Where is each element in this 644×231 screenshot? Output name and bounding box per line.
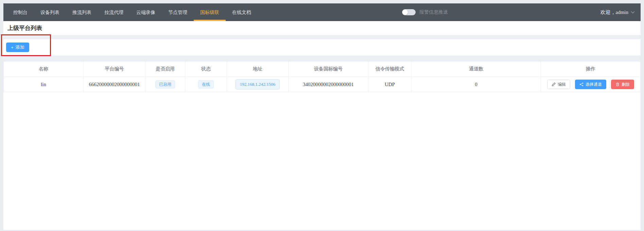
alarm-push-label: 报警信息推送	[419, 9, 448, 15]
table-row: lin 66620000002000000001 已启用 在线 192.168.…	[3, 77, 641, 92]
col-header-platform-id: 平台编号	[84, 62, 145, 77]
delete-button-label: 删除	[622, 82, 630, 87]
cell-address: 192.168.1.242:1506	[227, 77, 289, 92]
pen-icon	[552, 82, 556, 86]
col-header-device-gb-id: 设备国标编号	[289, 62, 368, 77]
alarm-push-toggle[interactable]	[402, 9, 416, 15]
welcome-text: 欢迎，admin	[601, 9, 629, 16]
cell-status: 在线	[185, 77, 227, 92]
cell-enabled: 已启用	[145, 77, 185, 92]
tab-cloud-recording[interactable]: 云端录像	[130, 3, 162, 21]
col-header-status: 状态	[185, 62, 227, 77]
toolbar: + 添加	[3, 39, 641, 55]
delete-button[interactable]: 删除	[611, 80, 634, 89]
enabled-badge: 已启用	[155, 80, 175, 88]
col-header-signal-mode: 信令传输模式	[368, 62, 412, 77]
tab-push-stream-list[interactable]: 推流列表	[66, 3, 98, 21]
cell-device-gb-id: 34020000002000000001	[289, 77, 368, 92]
edit-button[interactable]: 编辑	[547, 80, 570, 89]
tab-pull-stream-proxy[interactable]: 拉流代理	[98, 3, 130, 21]
col-header-enabled: 是否启用	[145, 62, 185, 77]
tab-online-docs[interactable]: 在线文档	[226, 3, 258, 21]
tab-console[interactable]: 控制台	[7, 3, 34, 21]
row-actions: 编辑 选择通道 删除	[547, 80, 634, 89]
select-channel-button[interactable]: 选择通道	[575, 80, 606, 89]
chevron-down-icon	[631, 11, 635, 14]
add-button-label: 添加	[16, 44, 24, 50]
col-header-address: 地址	[227, 62, 289, 77]
alarm-push-group: 报警信息推送	[402, 3, 448, 21]
divider	[3, 35, 641, 39]
select-channel-button-label: 选择通道	[586, 82, 602, 87]
cell-platform-id: 66620000002000000001	[84, 77, 145, 92]
col-header-channel-count: 通道数	[412, 62, 541, 77]
col-header-actions: 操作	[541, 62, 641, 77]
tab-gb-cascade-label: 国标级联	[200, 10, 219, 15]
trash-icon	[615, 82, 620, 86]
col-header-name: 名称	[3, 62, 84, 77]
user-menu[interactable]: 欢迎，admin	[601, 3, 635, 21]
active-tab-underline	[194, 20, 226, 21]
cell-name: lin	[3, 77, 84, 92]
share-icon	[579, 82, 584, 86]
table-header-row: 名称 平台编号 是否启用 状态 地址 设备国标编号 信令传输模式 通道数 操作	[3, 62, 641, 77]
tab-node-management[interactable]: 节点管理	[162, 3, 194, 21]
divider	[3, 55, 641, 61]
top-nav: 控制台 设备列表 推流列表 拉流代理 云端录像 节点管理 国标级联 在线文档 报…	[3, 3, 641, 21]
platform-table: 名称 平台编号 是否启用 状态 地址 设备国标编号 信令传输模式 通道数 操作 …	[3, 61, 641, 92]
tab-gb-cascade[interactable]: 国标级联	[194, 3, 226, 21]
page: 控制台 设备列表 推流列表 拉流代理 云端录像 节点管理 国标级联 在线文档 报…	[0, 0, 644, 231]
address-tag: 192.168.1.242:1506	[236, 79, 280, 89]
cell-channel-count: 0	[412, 77, 541, 92]
toggle-knob-icon	[402, 10, 408, 15]
cell-actions: 编辑 选择通道 删除	[541, 77, 641, 92]
tab-device-list[interactable]: 设备列表	[34, 3, 66, 21]
page-title: 上级平台列表	[7, 24, 42, 32]
content-card: 控制台 设备列表 推流列表 拉流代理 云端录像 节点管理 国标级联 在线文档 报…	[3, 3, 641, 230]
edit-button-label: 编辑	[558, 82, 566, 87]
cell-signal-mode: UDP	[368, 77, 412, 92]
page-header: 上级平台列表	[3, 21, 641, 35]
status-badge: 在线	[198, 80, 214, 88]
add-button[interactable]: + 添加	[6, 43, 29, 52]
plus-icon: +	[11, 45, 14, 50]
